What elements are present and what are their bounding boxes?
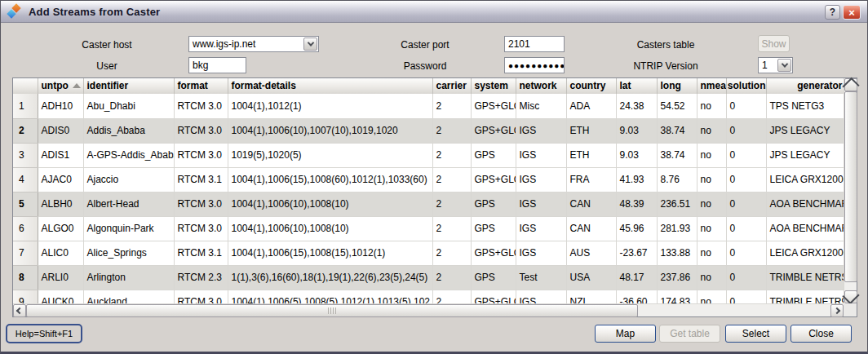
table-cell[interactable]: GPS	[471, 265, 516, 290]
table-row[interactable]: 6ALGO0Algonquin-ParkRTCM 3.01004(1),1006…	[13, 216, 844, 241]
table-cell[interactable]: GPS+GLO	[471, 167, 516, 192]
scroll-right-icon[interactable]	[830, 304, 844, 317]
table-cell[interactable]: RTCM 3.0	[174, 192, 228, 216]
table-cell[interactable]: RTCM 3.0	[174, 118, 228, 143]
table-cell[interactable]: 0	[726, 241, 766, 265]
table-cell[interactable]: 0	[726, 94, 766, 118]
table-cell[interactable]: JPS LEGACY	[766, 118, 844, 143]
table-cell[interactable]: 0	[726, 192, 766, 216]
table-cell[interactable]: RTCM 3.1	[174, 241, 228, 265]
table-cell[interactable]: 41.93	[616, 167, 657, 192]
table-cell[interactable]: 1004(1),1006(15),1008(60),1012(1),1033(6…	[228, 167, 432, 192]
table-cell[interactable]: ALIC0	[38, 241, 83, 265]
table-cell[interactable]: 2	[432, 167, 471, 192]
table-cell[interactable]: 1004(1),1006(10),1007(10),1019,1020	[228, 118, 432, 143]
title-bar[interactable]: Add Streams from Caster ? ×	[1, 1, 867, 23]
table-cell[interactable]: TPS NETG3	[766, 94, 844, 118]
table-cell[interactable]: RTCM 3.0	[174, 94, 228, 118]
table-cell[interactable]: ADH10	[38, 94, 83, 118]
table-cell[interactable]: 2	[432, 192, 471, 216]
table-cell[interactable]: GPS+GLO	[471, 290, 516, 303]
table-cell[interactable]: CAN	[566, 192, 616, 216]
table-cell[interactable]: GPS	[471, 192, 516, 216]
map-button[interactable]: Map	[595, 325, 656, 343]
table-cell[interactable]: ALGO0	[38, 216, 83, 241]
scroll-left-icon[interactable]	[13, 304, 26, 317]
close-window-button[interactable]: ×	[843, 5, 861, 20]
table-cell[interactable]: GPS+GLO	[471, 94, 516, 118]
table-cell[interactable]: Ajaccio	[83, 167, 174, 192]
caster-port-field[interactable]: 2101	[504, 36, 565, 52]
table-cell[interactable]: 38.74	[657, 118, 697, 143]
table-row[interactable]: 2ADIS0Addis_AbabaRTCM 3.01004(1),1006(10…	[13, 118, 844, 143]
table-cell[interactable]: no	[697, 241, 726, 265]
table-cell[interactable]: 0	[726, 216, 766, 241]
table-cell[interactable]: 2	[432, 94, 471, 118]
table-cell[interactable]: Abu_Dhabi	[83, 94, 174, 118]
table-cell[interactable]: no	[697, 118, 726, 143]
table-cell[interactable]: Misc	[516, 94, 566, 118]
close-button[interactable]: Close	[790, 325, 852, 343]
table-cell[interactable]: 1004(1),1012(1)	[228, 94, 432, 118]
table-cell[interactable]: 48.39	[616, 192, 657, 216]
column-header-lat[interactable]: lat	[616, 78, 657, 94]
table-cell[interactable]: 133.88	[657, 241, 697, 265]
table-cell[interactable]: 54.52	[657, 94, 697, 118]
table-cell[interactable]: 1(1),3(6),16(60),18(1),19(1),22(6),23(5)…	[228, 265, 432, 290]
table-cell[interactable]: 237.86	[657, 265, 697, 290]
table-cell[interactable]: CAN	[566, 216, 616, 241]
table-cell[interactable]: 2	[432, 118, 471, 143]
table-cell[interactable]: no	[697, 192, 726, 216]
table-row[interactable]: 3ADIS1A-GPS-Addis_AbabaRTCM 3.01019(5),1…	[13, 143, 844, 167]
row-number[interactable]: 2	[13, 118, 38, 143]
get-table-button[interactable]: Get table	[659, 325, 720, 343]
table-cell[interactable]: RTCM 3.1	[174, 167, 228, 192]
column-header-network[interactable]: network	[516, 78, 566, 94]
table-cell[interactable]: RTCM 3.0	[174, 216, 228, 241]
table-cell[interactable]: no	[697, 167, 726, 192]
table-cell[interactable]: GPS+GLO	[471, 118, 516, 143]
table-cell[interactable]: 1004(1),1006(15),1008(15),1012(1)	[228, 241, 432, 265]
table-cell[interactable]: AOA BENCHMARK	[766, 192, 844, 216]
table-cell[interactable]: AOA BENCHMARK	[766, 216, 844, 241]
row-number[interactable]: 3	[13, 143, 38, 167]
table-cell[interactable]: LEICA GRX1200GG	[766, 241, 844, 265]
table-cell[interactable]: AUS	[566, 241, 616, 265]
row-number[interactable]: 6	[13, 216, 38, 241]
table-cell[interactable]: Algonquin-Park	[83, 216, 174, 241]
table-cell[interactable]: Arlington	[83, 265, 174, 290]
table-cell[interactable]: 1019(5),1020(5)	[228, 143, 432, 167]
table-cell[interactable]: RTCM 3.0	[174, 143, 228, 167]
table-cell[interactable]: no	[697, 143, 726, 167]
table-row[interactable]: 7ALIC0Alice_SpringsRTCM 3.11004(1),1006(…	[13, 241, 844, 265]
table-cell[interactable]: TRIMBLE NETR9	[766, 290, 844, 303]
table-cell[interactable]: IGS	[516, 290, 566, 303]
table-cell[interactable]: 48.17	[616, 265, 657, 290]
table-cell[interactable]: 1004(1),1006(10),1008(10)	[228, 216, 432, 241]
row-number[interactable]: 8	[13, 265, 38, 290]
table-cell[interactable]: 1004(1),1006(5),1008(5),1012(1),1013(5),…	[228, 290, 432, 303]
table-cell[interactable]: RTCM 3.0	[174, 290, 228, 303]
table-cell[interactable]: 45.96	[616, 216, 657, 241]
table-cell[interactable]: 0	[726, 167, 766, 192]
table-cell[interactable]: FRA	[566, 167, 616, 192]
table-cell[interactable]: 2	[432, 241, 471, 265]
scroll-up-icon[interactable]	[844, 78, 857, 91]
select-button[interactable]: Select	[725, 325, 786, 343]
table-row[interactable]: 1ADH10Abu_DhabiRTCM 3.01004(1),1012(1)2G…	[13, 94, 844, 118]
table-cell[interactable]: USA	[566, 265, 616, 290]
table-cell[interactable]: TRIMBLE NETRS	[766, 265, 844, 290]
table-row[interactable]: 4AJAC0AjaccioRTCM 3.11004(1),1006(15),10…	[13, 167, 844, 192]
vertical-scrollbar[interactable]	[844, 78, 857, 303]
table-cell[interactable]: 174.83	[657, 290, 697, 303]
table-cell[interactable]: no	[697, 265, 726, 290]
table-cell[interactable]: ADIS0	[38, 118, 83, 143]
chevron-down-icon[interactable]	[777, 59, 791, 72]
column-header-long[interactable]: long	[657, 78, 697, 94]
table-cell[interactable]: LEICA GRX1200GG	[766, 167, 844, 192]
table-row[interactable]: 9AUCK0AucklandRTCM 3.01004(1),1006(5),10…	[13, 290, 844, 303]
table-cell[interactable]: JPS LEGACY	[766, 143, 844, 167]
table-cell[interactable]: no	[697, 216, 726, 241]
column-header-country[interactable]: country	[566, 78, 616, 94]
table-cell[interactable]: -23.67	[616, 241, 657, 265]
